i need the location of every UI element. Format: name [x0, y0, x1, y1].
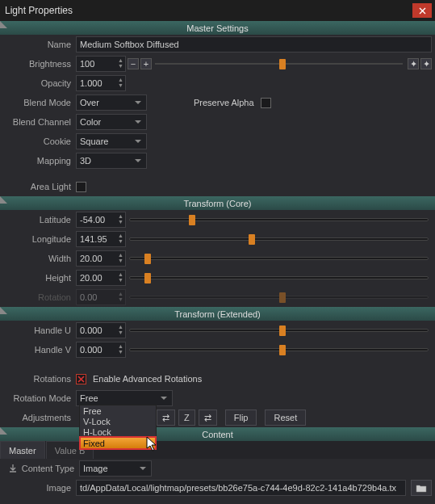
enable-advanced-rotations-checkbox[interactable] [76, 374, 86, 384]
cookie-label: Cookie [3, 136, 76, 146]
blend-channel-dropdown[interactable]: Color [76, 114, 147, 130]
browse-button[interactable] [411, 480, 432, 496]
content-type-label: Content Type [19, 464, 79, 473]
cookie-dropdown[interactable]: Square [76, 133, 147, 149]
content-type-dropdown[interactable]: Image [79, 460, 152, 477]
latitude-label: Latitude [3, 215, 76, 225]
rotation-mode-dropdown[interactable]: Free [76, 390, 173, 406]
rotation-mode-label: Rotation Mode [3, 393, 76, 403]
brightness-plus-button[interactable]: + [140, 58, 152, 69]
latitude-input[interactable]: -54.00▲▼ [76, 212, 126, 228]
height-input[interactable]: 20.00▲▼ [76, 270, 126, 286]
longitude-label: Longitude [3, 234, 76, 244]
height-label: Height [3, 273, 76, 283]
brightness-sun-minus-button[interactable]: ✦ [408, 58, 419, 69]
preserve-alpha-checkbox[interactable] [261, 98, 271, 108]
handle-u-label: Handle U [3, 326, 76, 335]
area-light-label: Area Light [3, 182, 76, 191]
width-input[interactable]: 20.00▲▼ [76, 250, 126, 267]
brightness-minus-button[interactable]: − [128, 58, 139, 69]
preserve-alpha-label: Preserve Alpha [194, 98, 254, 107]
image-label: Image [3, 483, 76, 493]
collapse-icon [0, 427, 7, 435]
rotation-mode-option-fixed[interactable]: Fixed [80, 437, 156, 449]
rotation-slider [129, 289, 429, 305]
section-content[interactable]: Content [0, 427, 435, 441]
brightness-sun-plus-button[interactable]: ✦ [420, 58, 432, 69]
blend-mode-label: Blend Mode [3, 98, 76, 107]
blend-mode-dropdown[interactable]: Over [76, 94, 147, 111]
handle-v-label: Handle V [3, 345, 76, 355]
width-label: Width [3, 254, 76, 263]
section-title: Content [0, 430, 435, 439]
mapping-label: Mapping [3, 156, 76, 166]
width-slider[interactable] [129, 250, 429, 267]
height-slider[interactable] [129, 270, 429, 286]
enable-advanced-rotations-label: Enable Advanced Rotations [93, 374, 202, 384]
swap-z-right-button[interactable]: ⇄ [199, 410, 217, 426]
swap-z-left-button[interactable]: ⇄ [157, 410, 175, 426]
chevron-down-icon [135, 120, 141, 124]
chevron-down-icon [140, 467, 146, 470]
chevron-down-icon [161, 397, 167, 400]
handle-u-input[interactable]: 0.000▲▼ [76, 322, 126, 338]
chevron-down-icon [135, 159, 141, 162]
opacity-input[interactable]: 1.000▲▼ [76, 75, 126, 91]
longitude-input[interactable]: 141.95▲▼ [76, 231, 126, 247]
opacity-label: Opacity [3, 78, 76, 88]
z-button[interactable]: Z [178, 410, 195, 426]
flip-button[interactable]: Flip [225, 410, 257, 426]
section-transform-core[interactable]: Transform (Core) [0, 196, 435, 210]
mapping-dropdown[interactable]: 3D [76, 153, 147, 169]
handle-v-slider[interactable] [129, 342, 429, 358]
window-title: Light Properties [3, 5, 412, 16]
longitude-slider[interactable] [129, 231, 429, 247]
rotations-label: Rotations [3, 374, 76, 384]
rotation-mode-option-hlock[interactable]: H-Lock [80, 426, 156, 437]
rotation-mode-option-vlock[interactable]: V-Lock [80, 416, 156, 426]
handle-v-input[interactable]: 0.000▲▼ [76, 342, 126, 358]
download-icon[interactable] [6, 462, 19, 475]
section-title: Transform (Extended) [0, 309, 435, 319]
rotation-label: Rotation [3, 292, 76, 302]
reset-button[interactable]: Reset [265, 410, 306, 426]
rotation-mode-option-free[interactable]: Free [80, 405, 156, 416]
collapse-icon [0, 307, 7, 314]
area-light-checkbox[interactable] [76, 182, 86, 192]
collapse-icon [0, 21, 7, 28]
brightness-input[interactable]: 100▲▼ [76, 56, 126, 72]
chevron-down-icon [135, 140, 141, 143]
rotation-input: 0.00▲▼ [76, 289, 126, 305]
blend-channel-label: Blend Channel [3, 117, 76, 127]
name-input[interactable] [76, 36, 432, 52]
latitude-slider[interactable] [129, 212, 429, 228]
collapse-icon [0, 196, 7, 204]
image-path-input[interactable] [76, 480, 406, 496]
section-master-settings[interactable]: Master Settings [0, 21, 435, 35]
brightness-slider[interactable] [155, 56, 403, 72]
chevron-down-icon [135, 101, 141, 104]
adjustments-label: Adjustments [3, 413, 76, 422]
tab-master[interactable]: Master [0, 441, 45, 459]
name-label: Name [3, 40, 76, 49]
section-transform-extended[interactable]: Transform (Extended) [0, 307, 435, 321]
close-button[interactable] [412, 3, 432, 18]
section-title: Master Settings [0, 23, 435, 33]
section-title: Transform (Core) [0, 199, 435, 208]
rotation-mode-menu[interactable]: Free V-Lock H-Lock Fixed [79, 405, 157, 450]
handle-u-slider[interactable] [129, 322, 429, 338]
brightness-label: Brightness [3, 59, 76, 69]
